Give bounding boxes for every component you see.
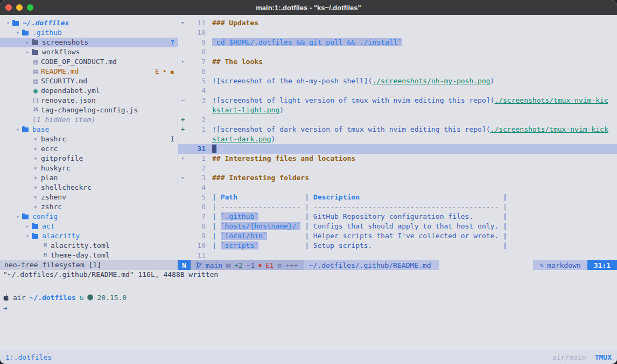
diff-changed: ~1	[247, 261, 255, 269]
tree-item-label: plan	[41, 173, 58, 183]
editor-line[interactable]: +1![screenshot of dark version of tmux w…	[178, 125, 617, 134]
editor-line[interactable]: 9| `local/bin` | Helper scripts that I'v…	[178, 231, 617, 241]
collapsed-arrow-icon[interactable]: ▸	[24, 38, 31, 47]
tree-item[interactable]: ▤CODE_OF_CONDUCT.md	[0, 57, 178, 67]
tree-item[interactable]: ∗ecrc	[0, 144, 178, 154]
editor-line[interactable]: 7| `.github` | GitHub Repository configu…	[178, 212, 617, 222]
tree-item[interactable]: ▾alacritty	[0, 231, 178, 241]
editor-line[interactable]: 11	[178, 251, 617, 260]
tree-item[interactable]: ∗zshenv	[0, 192, 178, 202]
tree-item[interactable]: ▤SECURITY.md	[0, 76, 178, 86]
folder-icon	[12, 21, 19, 26]
editor-line[interactable]: 4	[178, 183, 617, 192]
tree-item[interactable]: ∗bashrcI	[0, 134, 178, 144]
tree-item[interactable]: ∗plan	[0, 173, 178, 183]
gutter-marks	[178, 202, 190, 212]
row-marks: I	[170, 134, 174, 144]
statusline-row: neo-tree filesystem [1] N main ▤ +2 ~1 ●…	[0, 260, 617, 270]
tmux-window-name[interactable]: 1:.dotfiles	[5, 353, 52, 361]
cursor-block: █	[212, 145, 216, 153]
collapsed-arrow-icon[interactable]: ▸	[24, 222, 31, 231]
gutter-marks	[178, 183, 190, 192]
editor-line[interactable]: 2	[178, 163, 617, 173]
node-version: 20.15.0	[97, 294, 127, 302]
hostname: air	[13, 294, 25, 302]
tree-item[interactable]: ▾base	[0, 125, 178, 134]
markdown-heading: ### Updates	[212, 19, 258, 27]
tree-item[interactable]: ▸workflows	[0, 47, 178, 57]
gutter-marks	[178, 163, 190, 173]
editor-line[interactable]: ▾7## The looks	[178, 57, 617, 67]
editor-line[interactable]: 5| Path | Description |	[178, 192, 617, 202]
editor-line[interactable]: 10| `scripts` | Setup scripts. |	[178, 241, 617, 251]
tree-item[interactable]: ∗shellcheckrc	[0, 183, 178, 192]
editor-line[interactable]: 4	[178, 86, 617, 96]
command-line-message: "~/.dotfiles/.github/README.md" 116L, 44…	[0, 270, 617, 280]
tree-item-label: README.md	[41, 67, 79, 76]
editor-line[interactable]: ▾1## Interesting files and locations	[178, 154, 617, 163]
tree-item[interactable]: ▤README.mdE•▪	[0, 67, 178, 76]
statusline: N main ▤ +2 ~1 ● E1 ⚙ +++ ~/.dotfiles/.g…	[178, 260, 617, 270]
editor-line[interactable]: ▾3### Interesting folders	[178, 173, 617, 183]
expanded-arrow-icon[interactable]: ▾	[24, 231, 31, 241]
shell-area[interactable]: air ~/.dotfiles ↻ 20.15.0 ➜	[0, 280, 617, 312]
fold-icon: ▾	[178, 154, 190, 163]
table-cell: Description	[313, 193, 360, 201]
tree-item[interactable]: JStag-changelog-config.js	[0, 105, 178, 115]
tree-item[interactable]: Malacritty.toml	[0, 241, 178, 251]
editor-line[interactable]: 8	[178, 47, 617, 57]
tree-item[interactable]: ▾.github	[0, 28, 178, 38]
expanded-arrow-icon[interactable]: ▾	[14, 212, 22, 222]
markdown-text: ![screenshot of the oh-my-posh shell](	[212, 77, 372, 85]
prompt-arrow-icon: ➜	[3, 304, 617, 312]
branch-name: main	[206, 261, 222, 269]
tree-item-label: screenshots	[42, 38, 88, 47]
tree-item[interactable]: ∗gitprofile	[0, 154, 178, 163]
tree-item[interactable]: ▸screenshots?	[0, 38, 178, 47]
expanded-arrow-icon[interactable]: ▾	[4, 18, 12, 28]
editor-line[interactable]: 8| `hosts/{hostname}/` | Configs that sh…	[178, 222, 617, 231]
tree-item[interactable]: Mtheme-day.toml	[0, 251, 178, 260]
editor[interactable]: ▾11### Updates109`cd $HOME/.dotfiles && …	[178, 15, 617, 260]
tree-item[interactable]: ▸act	[0, 222, 178, 231]
line-text: | Path | Description |	[206, 192, 617, 202]
collapsed-arrow-icon[interactable]: ▸	[24, 47, 31, 57]
editor-line[interactable]: 6	[178, 67, 617, 76]
editor-line[interactable]: 5![screenshot of the oh-my-posh shell](.…	[178, 76, 617, 86]
line-number: 10	[190, 241, 206, 251]
editor-line[interactable]: 31█	[178, 144, 617, 154]
editor-line[interactable]: start-dark.png)	[178, 134, 617, 144]
editor-line[interactable]: ▾11### Updates	[178, 18, 617, 28]
expanded-arrow-icon[interactable]: ▾	[14, 28, 22, 38]
markdown-heading: ## The looks	[212, 58, 263, 66]
markdown-heading: ### Interesting folders	[212, 174, 309, 182]
tree-item[interactable]: ∗zshrc	[0, 202, 178, 212]
minimize-button[interactable]	[16, 4, 23, 11]
editor-line[interactable]: kstart-light.png)	[178, 105, 617, 115]
close-button[interactable]	[5, 4, 12, 11]
markdown-text: )	[490, 77, 495, 85]
git-untracked-mark: ?	[170, 38, 174, 47]
editor-line[interactable]: 10	[178, 28, 617, 38]
inline-code: `hosts/{hostname}/`	[221, 222, 301, 230]
tree-item-label: huskyrc	[41, 163, 71, 173]
toml-icon: M	[41, 251, 50, 260]
tree-item[interactable]: ◉dependabot.yml	[0, 86, 178, 96]
editor-line[interactable]: +2	[178, 115, 617, 125]
line-text	[206, 28, 617, 38]
tree-item[interactable]: ▾~/.dotfiles	[0, 18, 178, 28]
git-sign: ~	[178, 96, 190, 105]
gutter-marks	[178, 134, 190, 144]
markdown-text: )	[279, 106, 284, 114]
gutter-marks	[178, 67, 190, 76]
tree-item[interactable]: {}renovate.json	[0, 96, 178, 105]
editor-line[interactable]: ~3![screenshot of light version of tmux …	[178, 96, 617, 105]
tree-item[interactable]: ▾config	[0, 212, 178, 222]
editor-line[interactable]: 6| ------------------- | ---------------…	[178, 202, 617, 212]
tree-item[interactable]: ∗huskyrc	[0, 163, 178, 173]
statusline-git-segment: main ▤ +2 ~1 ● E1 ⚙ +++	[191, 260, 304, 270]
line-number: 5	[190, 76, 206, 86]
zoom-button[interactable]	[27, 4, 33, 11]
expanded-arrow-icon[interactable]: ▾	[14, 125, 22, 134]
editor-line[interactable]: 9`cd $HOME/.dotfiles && git pull && ./in…	[178, 38, 617, 47]
